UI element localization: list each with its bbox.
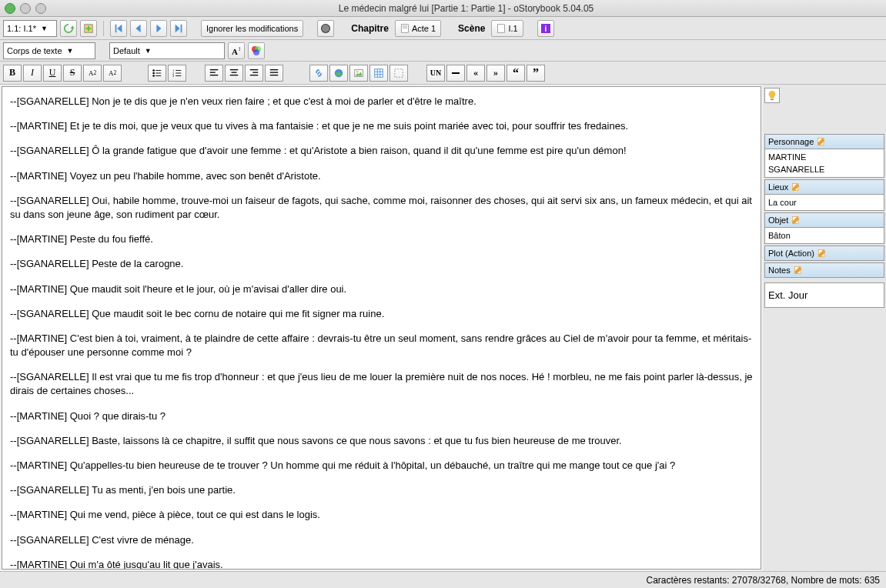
paragraph-style-value: Corps de texte [7, 46, 62, 55]
chevron-down-icon: ▼ [41, 25, 48, 32]
strikethrough-button[interactable]: S [63, 65, 82, 82]
editor-line: --[MARTINE] Qui me vend, pièce à pièce, … [10, 508, 753, 522]
ext-value: Ext. Jour [768, 288, 881, 302]
lieux-label: Lieux [768, 182, 788, 192]
editor-line: --[SGANARELLE] C'est vivre de ménage. [10, 533, 753, 547]
ordered-list-button[interactable]: 123 [168, 65, 186, 82]
table-button[interactable] [369, 65, 388, 82]
svg-point-11 [253, 49, 259, 55]
quote-open-button[interactable]: “ [507, 65, 525, 82]
chevron-down-icon: ▼ [145, 47, 152, 55]
underline-button[interactable]: U [43, 65, 62, 82]
personnage-item[interactable]: MARTINE [768, 151, 881, 163]
main-toolbar: 1.1: I.1* ▼ Ignorer les modifications Ch… [0, 17, 886, 40]
editor-line: --[SGANARELLE] Non je te dis que je n'en… [10, 95, 753, 109]
globe-button[interactable] [317, 20, 334, 37]
personnage-item[interactable]: SGANARELLE [768, 163, 881, 175]
quote-close-button[interactable]: ” [527, 65, 545, 82]
info-button[interactable]: i [537, 20, 554, 37]
format-toolbar-2: B I U S A2 A2 123 UN « » “ ” [0, 62, 886, 85]
editor-line: --[SGANARELLE] Baste, laissons là ce cha… [10, 434, 753, 448]
editor-line: --[MARTINE] Voyez un peu l'habile homme,… [10, 169, 753, 183]
objet-header[interactable]: Objet [764, 212, 884, 228]
editor-line: --[SGANARELLE] Il est vrai que tu me fis… [10, 370, 753, 398]
personnage-header[interactable]: Personnage [764, 134, 884, 149]
text-editor[interactable]: --[SGANARELLE] Non je te dis que je n'en… [2, 87, 761, 569]
editor-line: --[MARTINE] Quoi ? que dirais-tu ? [10, 409, 753, 423]
align-right-button[interactable] [245, 65, 263, 82]
italic-button[interactable]: I [23, 65, 42, 82]
editor-line: --[SGANARELLE] Oui, habile homme, trouve… [10, 194, 753, 222]
editor-line: --[MARTINE] Qui m'a ôté jusqu'au lit que… [10, 558, 753, 569]
editor-wrap: --[SGANARELLE] Non je te dis que je n'en… [2, 86, 761, 570]
image-globe-button[interactable] [329, 65, 348, 82]
svg-rect-46 [771, 99, 774, 100]
editor-line: --[MARTINE] Peste du fou fieffé. [10, 232, 753, 246]
plot-header[interactable]: Plot (Action) [764, 246, 884, 261]
align-center-button[interactable] [225, 65, 243, 82]
plot-label: Plot (Action) [768, 249, 814, 258]
objet-label: Objet [768, 215, 788, 225]
hr-button[interactable] [446, 65, 465, 82]
nav-last-button[interactable] [170, 20, 187, 37]
minimize-window-icon[interactable] [35, 3, 46, 14]
maximize-window-icon[interactable] [20, 3, 31, 14]
ignore-modifications-button[interactable]: Ignorer les modifications [201, 20, 303, 37]
svg-rect-3 [401, 24, 408, 32]
editor-line: --[SGANARELLE] Ô la grande fatigue que d… [10, 144, 753, 158]
add-button[interactable] [80, 20, 97, 37]
lieux-item[interactable]: La cour [768, 196, 881, 209]
subscript-button[interactable]: A2 [83, 65, 102, 82]
align-justify-button[interactable] [265, 65, 283, 82]
font-value: Default [113, 46, 140, 55]
objet-body: Bâton [764, 228, 884, 244]
scene-selector[interactable]: 1.1: I.1* ▼ [3, 20, 57, 37]
personnage-body: MARTINE SGANARELLE [764, 149, 884, 178]
svg-rect-44 [395, 68, 403, 77]
idea-button[interactable] [764, 88, 780, 103]
status-bar: Caractères restants: 27078/32768, Nombre… [0, 571, 886, 588]
font-combo[interactable]: Default ▼ [109, 42, 225, 59]
paragraph-style-combo[interactable]: Corps de texte ▼ [3, 42, 95, 59]
special-block-button[interactable] [390, 65, 408, 82]
lieux-header[interactable]: Lieux [764, 179, 884, 195]
chevron-down-icon: ▼ [67, 47, 74, 55]
bold-button[interactable]: B [3, 65, 22, 82]
nav-first-button[interactable] [110, 20, 127, 37]
notes-header[interactable]: Notes [764, 262, 884, 278]
scene-value: I.1 [508, 24, 517, 33]
format-toolbar-1: Corps de texte ▼ Default ▼ A↕ [0, 40, 886, 62]
ignore-modifications-label: Ignorer les modifications [206, 24, 298, 33]
superscript-button[interactable]: A2 [103, 65, 122, 82]
link-button[interactable] [309, 65, 328, 82]
svg-point-14 [152, 72, 155, 74]
quote-open-double-button[interactable]: « [466, 65, 485, 82]
editor-line: --[MARTINE] Que maudit soit l'heure et l… [10, 282, 753, 296]
nav-prev-button[interactable] [130, 20, 147, 37]
refresh-button[interactable] [60, 20, 77, 37]
chapter-button[interactable]: Acte 1 [395, 20, 441, 37]
editor-line: --[SGANARELLE] Tu as menti, j'en bois un… [10, 483, 753, 497]
scene-button[interactable]: I.1 [491, 20, 523, 37]
unordered-list-button[interactable] [148, 65, 166, 82]
svg-rect-6 [498, 24, 505, 32]
align-left-button[interactable] [205, 65, 223, 82]
personnage-label: Personnage [768, 137, 814, 146]
close-window-icon[interactable] [5, 3, 15, 14]
image-button[interactable] [349, 65, 368, 82]
sidebar: Personnage MARTINE SGANARELLE Lieux La c… [763, 85, 886, 571]
font-size-button[interactable]: A↕ [228, 42, 245, 59]
scene-selector-value: 1.1: I.1* [7, 24, 36, 33]
svg-text:i: i [544, 25, 547, 33]
color-button[interactable] [248, 42, 265, 59]
svg-point-38 [356, 70, 359, 72]
nav-next-button[interactable] [150, 20, 167, 37]
editor-line: --[MARTINE] C'est bien à toi, vraiment, … [10, 332, 753, 359]
quote-close-double-button[interactable]: » [486, 65, 505, 82]
svg-rect-39 [375, 68, 383, 77]
objet-item[interactable]: Bâton [768, 229, 881, 242]
svg-point-12 [152, 69, 155, 72]
un-button[interactable]: UN [426, 65, 445, 82]
titlebar: Le médecin malgré lui [Partie 1: Partie … [0, 0, 886, 17]
lieux-body: La cour [764, 195, 884, 211]
